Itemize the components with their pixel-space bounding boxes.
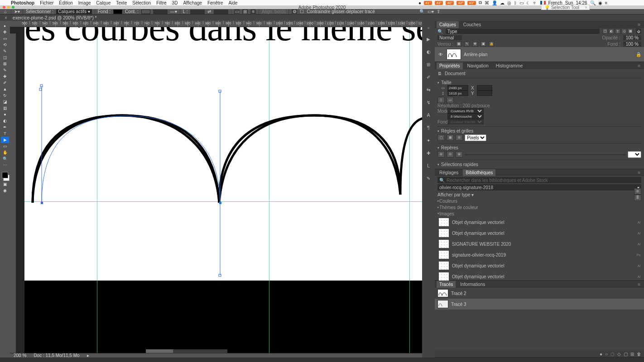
lock-artboard-icon[interactable]: ▣: [481, 41, 486, 47]
library-item[interactable]: Objet dynamique vectorielAi: [437, 260, 641, 271]
tool-preset-panel-icon[interactable]: ✦: [424, 136, 433, 144]
guide-preset-icon[interactable]: ⊠: [456, 151, 463, 157]
expand-icon[interactable]: ▸: [1, 23, 9, 29]
marquee-tool[interactable]: ▭: [1, 35, 9, 42]
layer-lock-icon[interactable]: 🔒: [636, 52, 641, 57]
menu-app[interactable]: Photoshop: [8, 0, 37, 5]
history-brush-tool[interactable]: ↻: [1, 92, 9, 99]
filter-toggle[interactable]: ⏻: [636, 29, 641, 34]
fill-path-icon[interactable]: ●: [600, 352, 602, 357]
swatches-panel-icon[interactable]: ⊞: [424, 60, 433, 68]
weather-badge[interactable]: 41°: [424, 1, 432, 5]
lasso-tool[interactable]: ⟲: [1, 42, 9, 48]
guide-preset-icon[interactable]: ⊞: [437, 151, 445, 157]
path-arrange-icon[interactable]: ≡: [250, 9, 256, 14]
screen-mode-icon[interactable]: ▣: [1, 181, 9, 187]
info-panel-icon[interactable]: L: [424, 162, 433, 170]
brushes-panel-icon[interactable]: ✐: [424, 73, 433, 81]
library-select[interactable]: olivier-rocq-signature-2018▾: [437, 184, 641, 191]
panel-menu-icon[interactable]: ≡: [636, 282, 642, 287]
horizontal-scrollbar[interactable]: [146, 349, 227, 353]
grid-view-icon[interactable]: ⊞: [634, 188, 641, 195]
crop-tool[interactable]: ◫: [1, 54, 9, 61]
orient-portrait-icon[interactable]: ▯: [437, 97, 445, 103]
shape-tool[interactable]: ▭: [1, 143, 9, 149]
window-zoom-button[interactable]: [12, 6, 14, 9]
artboard[interactable]: [24, 27, 422, 281]
layer-filter-dropdown[interactable]: Type: [446, 29, 600, 34]
menubar-extra-icon[interactable]: ⧉: [479, 0, 482, 5]
glyphs-panel-icon[interactable]: ⇆: [424, 86, 433, 94]
filter-type-icon[interactable]: T: [615, 29, 620, 34]
load-selection-icon[interactable]: ◌: [610, 352, 615, 357]
tab-info[interactable]: Informations: [457, 281, 488, 288]
path-ops-icon[interactable]: ▭: [234, 9, 240, 14]
stroke-weight[interactable]: [153, 10, 168, 14]
menu-image[interactable]: Image: [76, 0, 94, 5]
path-name[interactable]: Tracé 3: [451, 302, 466, 307]
window-close-button[interactable]: [3, 6, 5, 9]
library-item[interactable]: signature-olivier-rocq-2019Ps: [437, 249, 641, 260]
tab-libraries[interactable]: Bibliothèques: [463, 169, 495, 176]
panel-menu-icon[interactable]: ≡: [636, 63, 642, 68]
filter-shape-icon[interactable]: ◇: [621, 29, 627, 34]
tab-navigator[interactable]: Navigation: [465, 62, 491, 69]
lock-all-icon[interactable]: 🔒: [489, 41, 494, 47]
tab-adjustments[interactable]: Réglages: [437, 169, 461, 176]
hand-tool[interactable]: ✋: [1, 149, 9, 156]
type-tool[interactable]: T: [1, 130, 9, 137]
lib-category-themes[interactable]: Thèmes de couleur: [437, 204, 641, 210]
notification-center-icon[interactable]: ≡: [605, 0, 608, 5]
eraser-tool[interactable]: ◪: [1, 99, 9, 105]
prop-section-rulers[interactable]: Règles et grilles: [437, 129, 641, 133]
filter-kind-icon[interactable]: 🔍: [437, 29, 443, 34]
path-select-tool[interactable]: ▶: [1, 137, 9, 143]
wifi-icon[interactable]: ᯤ: [533, 0, 538, 5]
make-selection-icon[interactable]: ◇: [617, 352, 621, 357]
y-input[interactable]: [477, 90, 492, 96]
library-item[interactable]: Objet dynamique vectorielAi: [437, 217, 641, 228]
panel-menu-icon[interactable]: ≡: [636, 22, 642, 27]
actions-panel-icon[interactable]: ✚: [424, 149, 433, 157]
library-filter[interactable]: Afficher par type ▾: [437, 192, 474, 197]
paragraph-panel-icon[interactable]: ¶: [424, 124, 433, 132]
healing-tool[interactable]: ✚: [1, 73, 9, 80]
library-search[interactable]: 🔍 Rechercher dans les bibliothèques et A…: [437, 177, 641, 183]
panel-menu-icon[interactable]: ≡: [636, 170, 642, 175]
menu-3d[interactable]: 3D: [169, 0, 181, 5]
library-item[interactable]: SIGNATURE WEBSITE 2020Ai: [437, 238, 641, 249]
edit-panel-icon[interactable]: ✎: [424, 174, 433, 182]
stroke-swatch[interactable]: [141, 10, 150, 14]
menu-filter[interactable]: Filtre: [154, 0, 169, 5]
status-icon[interactable]: ●: [418, 0, 421, 5]
status-menu-arrow[interactable]: ▸: [87, 353, 89, 358]
share-icon[interactable]: ⇪: [437, 9, 440, 14]
zoom-level[interactable]: 200 %: [14, 353, 26, 358]
guide-preset-icon[interactable]: ⊟: [447, 151, 454, 157]
prop-section-guides[interactable]: Repères: [437, 145, 641, 150]
weather-badge[interactable]: 43°: [467, 1, 476, 5]
guide-vertical[interactable]: [409, 27, 410, 353]
path-name[interactable]: Tracé 2: [451, 291, 466, 296]
blur-tool[interactable]: ●: [1, 111, 9, 118]
tab-paths[interactable]: Tracés: [437, 281, 456, 288]
filter-smart-icon[interactable]: ▦: [628, 29, 633, 34]
history-panel-icon[interactable]: ▶: [424, 35, 433, 43]
new-path-icon[interactable]: ⊞: [630, 352, 634, 357]
select-dropdown[interactable]: Calques actifs ▾: [56, 9, 92, 14]
path-row[interactable]: Tracé 2: [435, 288, 644, 299]
menu-file[interactable]: Fichier: [37, 0, 56, 5]
h-input[interactable]: [214, 10, 228, 14]
eyedropper-tool[interactable]: ✎: [1, 67, 9, 73]
stroke-path-icon[interactable]: ○: [605, 352, 608, 357]
menubar-extra-icon[interactable]: ⌘: [485, 0, 489, 5]
dnd-icon[interactable]: ☾: [526, 0, 530, 5]
menubar-extra-icon[interactable]: ◎: [507, 0, 511, 5]
tab-channels[interactable]: Couches: [461, 21, 484, 28]
fill-swatch[interactable]: [113, 10, 122, 14]
stamp-tool[interactable]: ▲: [1, 86, 9, 92]
gear-icon[interactable]: ⚙: [292, 9, 297, 14]
constrain-checkbox-label[interactable]: Contraindre glisser-déplacer tracé: [307, 9, 375, 14]
menu-layer[interactable]: Calque: [94, 0, 114, 5]
airplay-icon[interactable]: ▭: [519, 0, 524, 5]
